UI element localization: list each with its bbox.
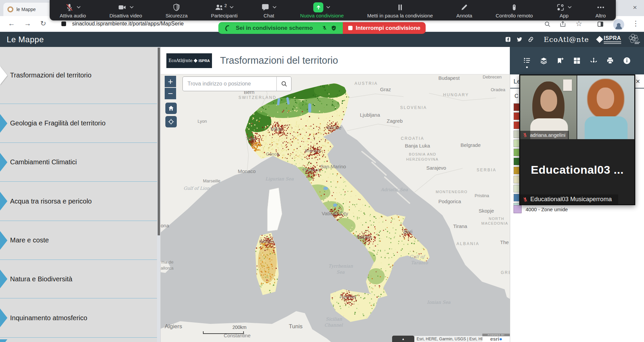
legend-widget-button[interactable] (522, 54, 532, 67)
side-panel-icon[interactable] (597, 21, 604, 29)
map-title: Trasformazioni del territorio (220, 55, 338, 66)
toolbar-chat-button[interactable]: Chat (261, 0, 277, 20)
attribution-expander[interactable]: ▲ (392, 336, 414, 342)
map-label: SWITZERLAND (238, 95, 277, 100)
stop-share-button[interactable]: Interrompi condivisione (343, 22, 426, 34)
legend-close-icon[interactable]: × (636, 77, 640, 86)
map-label: Venice (326, 125, 341, 130)
search-browser-icon[interactable] (544, 21, 551, 29)
map-search-input[interactable] (183, 77, 276, 91)
link-icon[interactable] (528, 36, 534, 43)
back-icon[interactable]: ← (8, 19, 15, 27)
bookmark-star-icon[interactable]: ☆ (576, 19, 582, 28)
map-label: Pristina (475, 193, 489, 198)
chevron-down-icon[interactable] (326, 3, 330, 12)
toolbar-remote-button[interactable]: Controllo remoto (496, 0, 533, 20)
grid-widget-button[interactable] (572, 54, 582, 67)
participants-count-badge: 2 (224, 3, 227, 8)
toolbar-participants-button[interactable]: 2Partecipanti (211, 0, 237, 20)
map-label: Belgrade (461, 142, 481, 148)
toolbar-audio-button[interactable]: Attiva audio (60, 0, 86, 20)
url-field[interactable]: sinacloud.isprambiente.it/portal/apps/Ma… (72, 21, 216, 27)
more-icon (596, 3, 605, 12)
attribution: Esri, HERE, Garmin, USGS | Esri, HERE (415, 336, 492, 342)
share-net-widget-button[interactable] (589, 54, 599, 67)
ispra-logo[interactable]: ISPRA (597, 35, 621, 44)
toolbar-item-label: Chat (264, 13, 274, 18)
map-label: HERZEGOVINA (406, 157, 439, 161)
basemap (161, 74, 510, 342)
map-label: Naples (357, 234, 372, 240)
map-label: Tyrrhenian (328, 264, 353, 269)
share-page-icon[interactable] (559, 21, 566, 29)
print-widget-button[interactable] (605, 54, 615, 67)
security-shield-icon (331, 25, 337, 31)
toolbar-pause-button[interactable]: Metti in pausa la condivisione (367, 0, 433, 20)
chapter-arrow-icon (0, 66, 7, 85)
sidebar-scrollbar[interactable] (158, 48, 160, 235)
share-status: Sei in condivisione schermo (218, 22, 343, 34)
map-search-button[interactable] (276, 77, 291, 91)
bookmark-add-widget-button[interactable] (555, 54, 565, 67)
toolbar-more-button[interactable]: Altro (595, 0, 606, 20)
browser-menu-kebab-icon[interactable]: ⋮ (632, 19, 639, 27)
ecoatlante-logo[interactable]: EcoAtl@nte (544, 36, 589, 44)
sidebar-item-2[interactable]: Geologia e Fragilità del territorio (0, 104, 157, 143)
toolbar-apps-button[interactable]: App (556, 0, 572, 20)
sidebar-item-7[interactable]: Inquinamento atmosferico (0, 298, 157, 338)
chevron-down-icon[interactable] (272, 3, 277, 12)
participant-name-chip: Educational03 Musicaperroma (520, 194, 618, 204)
map-label: allorca (161, 266, 173, 271)
map-label: ma de (161, 260, 173, 265)
screen: le Mappe × ← → ↻ sinacloud.isprambiente.… (0, 0, 644, 342)
reload-icon[interactable]: ↻ (40, 19, 46, 27)
sidebar-item-4[interactable]: Acqua tra risorsa e pericolo (0, 182, 157, 221)
meeting-video-overlay[interactable]: adriana.angelini Educational03 ... Educa… (519, 74, 635, 205)
participant-camera-2 (577, 75, 634, 139)
zoom-in-button[interactable]: + (165, 76, 176, 87)
toolbar-item-label: App (560, 13, 569, 18)
sidebar-item-6[interactable]: Natura e Biodiversità (0, 260, 157, 298)
home-extent-button[interactable] (165, 103, 177, 114)
map-label: CROATIA (401, 136, 424, 141)
toolbar-share-button[interactable]: Nuova condivisione (300, 0, 344, 20)
map-label: Podgorica (438, 198, 461, 204)
chapter-arrow-icon (0, 231, 7, 250)
sidebar-item-5[interactable]: Mare e coste (0, 221, 157, 260)
map-label: GREE (501, 270, 510, 275)
profile-avatar[interactable] (613, 19, 624, 30)
facebook-icon[interactable] (505, 36, 512, 43)
chevron-down-icon[interactable] (129, 3, 134, 12)
locate-button[interactable] (165, 116, 177, 127)
forward-icon[interactable]: → (24, 19, 31, 27)
map-label: Oradea (491, 87, 505, 92)
sidebar-item-3[interactable]: Cambiamenti Climatici (0, 143, 157, 182)
sidebar-item-1[interactable]: Trasformazioni del territorio (0, 47, 157, 104)
window-close-icon[interactable]: × (630, 3, 640, 11)
chevron-down-icon[interactable] (568, 3, 572, 12)
toolbar-annotate-button[interactable]: Annota (456, 0, 472, 20)
share-screen-icon (313, 2, 323, 12)
zoom-out-button[interactable]: − (165, 88, 176, 99)
map-label: MONTENEGRO (436, 190, 468, 194)
map-label: Sarajevo (426, 165, 446, 171)
map-label: San Marino (320, 164, 346, 169)
site-info-icon[interactable] (61, 21, 66, 26)
map-widgetbar (510, 47, 644, 74)
toolbar-video-button[interactable]: Disattiva video (109, 0, 142, 20)
chat-icon (261, 3, 270, 12)
info-widget-button[interactable] (622, 54, 632, 67)
chevron-down-icon[interactable] (76, 3, 81, 12)
map-brand-logo: EcoAtl@nte ISPRA (166, 53, 212, 68)
snpa-honeycomb-logo[interactable] (626, 33, 641, 46)
layers-widget-button[interactable] (539, 54, 549, 67)
toolbar-security-button[interactable]: Sicurezza (165, 0, 187, 20)
toolbar-item-label: Sicurezza (165, 13, 187, 18)
participants-icon (215, 3, 224, 12)
twitter-icon[interactable] (516, 36, 523, 43)
grid-icon (573, 57, 581, 65)
chevron-down-icon[interactable] (229, 3, 234, 12)
map-canvas[interactable]: BernSWITZERLANDVaduzAUSTRIABudapestDebre… (161, 74, 510, 342)
legend-swatch (514, 205, 522, 213)
stop-icon (348, 26, 353, 30)
